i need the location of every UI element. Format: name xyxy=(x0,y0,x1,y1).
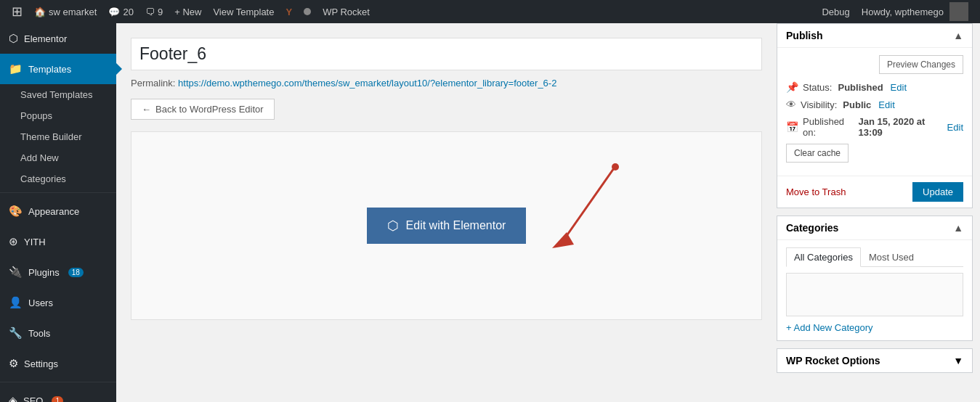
publish-box-header: Publish ▲ xyxy=(777,24,972,48)
right-sidebar: Publish ▲ Preview Changes 📌 Status: Publ… xyxy=(777,23,980,402)
templates-label: Templates xyxy=(28,64,71,75)
sidebar: ⬡ Elementor 📁 Templates Saved Templates … xyxy=(0,23,116,402)
messages-count: 9 xyxy=(158,7,163,17)
publish-box-footer: Move to Trash Update xyxy=(777,176,972,208)
sidebar-item-tools[interactable]: 🔧 Tools xyxy=(0,318,116,348)
plugins-label: Plugins xyxy=(28,267,60,278)
comments-icon: 💬 xyxy=(108,7,120,17)
messages-icon: 🗨 xyxy=(145,7,155,17)
status-row: 📌 Status: Published Edit xyxy=(786,81,963,93)
post-title-input[interactable] xyxy=(131,38,762,70)
add-new-label: Add New xyxy=(20,152,59,163)
visibility-row: 👁 Visibility: Public Edit xyxy=(786,99,963,110)
move-to-trash-link[interactable]: Move to Trash xyxy=(786,186,846,197)
editor-preview-area: ⬡ Edit with Elementor xyxy=(131,131,762,320)
yith-sidebar-icon: ⊛ xyxy=(9,235,18,248)
debug-item[interactable]: Debug xyxy=(816,0,855,23)
wp-rocket-item[interactable]: WP Rocket xyxy=(317,0,376,23)
sidebar-item-plugins[interactable]: 🔌 Plugins 18 xyxy=(0,257,116,287)
layout: ⬡ Elementor 📁 Templates Saved Templates … xyxy=(0,23,980,402)
site-name: sw emarket xyxy=(49,7,97,17)
view-template-item[interactable]: View Template xyxy=(207,0,280,23)
visibility-edit-link[interactable]: Edit xyxy=(878,99,894,110)
update-button[interactable]: Update xyxy=(912,182,963,202)
preview-changes-label: Preview Changes xyxy=(887,60,955,70)
admin-bar-right: Debug Howdy, wpthemego xyxy=(816,0,974,23)
categories-collapse-icon[interactable]: ▲ xyxy=(953,222,963,234)
seo-icon: ◈ xyxy=(9,394,17,402)
sidebar-item-saved-templates[interactable]: Saved Templates xyxy=(0,84,116,105)
svg-line-0 xyxy=(563,168,614,241)
templates-icon: 📁 xyxy=(9,62,23,75)
howdy-item[interactable]: Howdy, wpthemego xyxy=(856,0,974,23)
sidebar-item-users[interactable]: 👤 Users xyxy=(0,287,116,318)
settings-label: Settings xyxy=(24,358,58,369)
messages-item[interactable]: 🗨 9 xyxy=(139,0,169,23)
wp-rocket-label: WP Rocket xyxy=(323,7,370,17)
seo-badge: 1 xyxy=(52,396,63,403)
categories-box: Categories ▲ All Categories Most Used + … xyxy=(777,216,973,341)
yith-icon: Y xyxy=(286,7,292,17)
sidebar-item-elementor[interactable]: ⬡ Elementor xyxy=(0,23,116,54)
comments-count: 20 xyxy=(123,7,133,17)
categories-label: Categories xyxy=(20,173,66,184)
view-template-label: View Template xyxy=(213,7,274,17)
sidebar-item-settings[interactable]: ⚙ Settings xyxy=(0,348,116,379)
tab-all-categories[interactable]: All Categories xyxy=(786,247,861,267)
home-icon: 🏠 xyxy=(34,7,46,17)
publish-title: Publish xyxy=(786,30,823,41)
wp-rocket-collapse-icon[interactable]: ▼ xyxy=(953,355,963,366)
back-to-wordpress-editor-button[interactable]: ← Back to WordPress Editor xyxy=(131,99,275,120)
appearance-label: Appearance xyxy=(28,206,79,217)
tools-icon: 🔧 xyxy=(9,327,23,340)
permalink-row: Permalink: https://demo.wpthemego.com/th… xyxy=(131,78,762,89)
settings-icon: ⚙ xyxy=(9,357,18,370)
status-edit-link[interactable]: Edit xyxy=(891,82,907,93)
sidebar-item-templates[interactable]: 📁 Templates xyxy=(0,54,116,84)
sidebar-item-seo[interactable]: ◈ SEO 1 xyxy=(0,385,116,402)
calendar-icon: 📅 xyxy=(786,121,798,133)
categories-box-header: Categories ▲ xyxy=(777,216,972,240)
sidebar-item-theme-builder[interactable]: Theme Builder xyxy=(0,126,116,147)
admin-bar: ⊞ 🏠 sw emarket 💬 20 🗨 9 + New View Templ… xyxy=(0,0,980,23)
sidebar-item-popups[interactable]: Popups xyxy=(0,105,116,126)
plugins-badge: 18 xyxy=(68,268,84,277)
back-btn-label: Back to WordPress Editor xyxy=(155,104,264,115)
appearance-icon: 🎨 xyxy=(9,205,23,218)
theme-builder-label: Theme Builder xyxy=(20,131,82,142)
new-item[interactable]: + New xyxy=(169,0,207,23)
comments-item[interactable]: 💬 20 xyxy=(102,0,139,23)
publish-collapse-icon[interactable]: ▲ xyxy=(953,30,963,41)
main-content: Permalink: https://demo.wpthemego.com/th… xyxy=(116,23,777,402)
wp-rocket-header: WP Rocket Options ▼ xyxy=(777,349,972,372)
seo-label: SEO xyxy=(23,395,43,403)
sidebar-divider-2 xyxy=(0,382,116,382)
edit-with-elementor-button[interactable]: ⬡ Edit with Elementor xyxy=(367,208,527,244)
sidebar-item-yith[interactable]: ⊛ YITH xyxy=(0,226,116,257)
site-name-item[interactable]: 🏠 sw emarket xyxy=(28,0,102,23)
howdy-label: Howdy, wpthemego xyxy=(862,7,944,17)
elementor-icon: ⬡ xyxy=(9,32,18,45)
users-label: Users xyxy=(28,298,53,308)
tab-most-used-label: Most Used xyxy=(869,252,914,263)
clear-cache-button[interactable]: Clear cache xyxy=(786,144,849,163)
yith-item[interactable]: Y xyxy=(280,0,298,23)
preview-changes-button[interactable]: Preview Changes xyxy=(879,55,963,74)
sidebar-item-add-new[interactable]: Add New xyxy=(0,147,116,168)
published-on-row: 📅 Published on: Jan 15, 2020 at 13:09 Ed… xyxy=(786,116,963,138)
elementor-btn-icon: ⬡ xyxy=(387,218,399,234)
permalink-label: Permalink: xyxy=(131,78,175,89)
publish-box-body: Preview Changes 📌 Status: Published Edit… xyxy=(777,48,972,176)
clear-cache-label: Clear cache xyxy=(794,148,841,158)
tab-most-used[interactable]: Most Used xyxy=(861,247,922,266)
permalink-url[interactable]: https://demo.wpthemego.com/themes/sw_ema… xyxy=(178,78,556,89)
visibility-label: Visibility: xyxy=(801,99,837,110)
categories-list xyxy=(786,273,963,316)
sidebar-item-appearance[interactable]: 🎨 Appearance xyxy=(0,196,116,226)
add-new-category-link[interactable]: + Add New Category xyxy=(786,322,873,333)
wp-logo-item[interactable]: ⊞ xyxy=(6,0,28,23)
published-on-edit-link[interactable]: Edit xyxy=(947,122,963,133)
sidebar-divider xyxy=(0,192,116,193)
categories-tabs: All Categories Most Used xyxy=(786,247,963,267)
sidebar-item-categories[interactable]: Categories xyxy=(0,168,116,189)
